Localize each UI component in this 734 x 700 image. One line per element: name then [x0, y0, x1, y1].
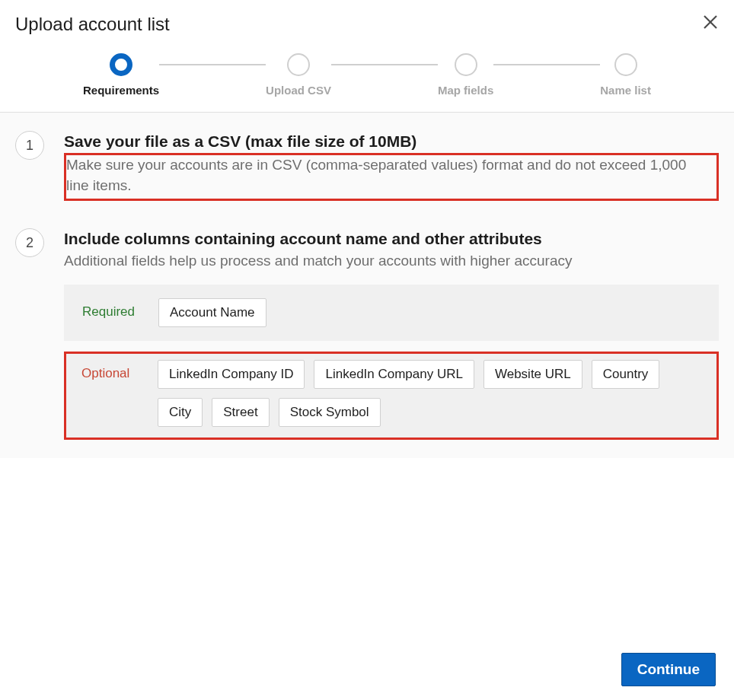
step-map-fields[interactable]: Map fields	[438, 53, 493, 97]
chip-linkedin-company-id: LinkedIn Company ID	[158, 360, 305, 389]
chip-linkedin-company-url: LinkedIn Company URL	[314, 360, 474, 389]
requirement-description: Additional fields help us process and ma…	[64, 251, 719, 272]
chip-account-name: Account Name	[158, 298, 266, 327]
step-circle-icon	[110, 53, 132, 76]
step-number-badge: 1	[15, 131, 44, 160]
stepper: Requirements Upload CSV Map fields Name …	[0, 35, 734, 113]
requirement-item-2: 2 Include columns containing account nam…	[15, 228, 719, 440]
step-name-list[interactable]: Name list	[600, 53, 651, 97]
required-label: Required	[82, 298, 143, 320]
required-fields-box: Required Account Name	[64, 285, 719, 341]
step-label: Map fields	[438, 84, 493, 97]
step-circle-icon	[455, 53, 477, 76]
step-requirements[interactable]: Requirements	[83, 53, 159, 97]
dialog-footer: Continue	[621, 653, 716, 686]
step-connector	[331, 64, 438, 65]
step-label: Upload CSV	[266, 84, 331, 97]
close-icon[interactable]	[702, 14, 719, 30]
step-label: Requirements	[83, 84, 159, 97]
optional-chips: LinkedIn Company ID LinkedIn Company URL…	[158, 360, 701, 427]
requirement-title: Save your file as a CSV (max file size o…	[64, 131, 719, 151]
required-chips: Account Name	[158, 298, 266, 327]
optional-fields-box: Optional LinkedIn Company ID LinkedIn Co…	[64, 352, 719, 440]
chip-city: City	[158, 398, 203, 427]
optional-label: Optional	[81, 360, 142, 381]
chip-website-url: Website URL	[483, 360, 582, 389]
step-connector	[493, 64, 600, 65]
dialog-title: Upload account list	[15, 14, 170, 35]
step-number-badge: 2	[15, 228, 44, 257]
requirement-title: Include columns containing account name …	[64, 228, 719, 249]
chip-stock-symbol: Stock Symbol	[279, 398, 381, 427]
step-connector	[159, 64, 266, 65]
chip-country: Country	[592, 360, 660, 389]
requirement-description: Make sure your accounts are in CSV (comm…	[64, 153, 719, 201]
step-circle-icon	[614, 53, 637, 76]
step-circle-icon	[287, 53, 310, 76]
step-label: Name list	[600, 84, 651, 97]
dialog-header: Upload account list	[0, 0, 734, 35]
step-upload-csv[interactable]: Upload CSV	[266, 53, 331, 97]
content-area: 1 Save your file as a CSV (max file size…	[0, 113, 734, 458]
continue-button[interactable]: Continue	[621, 653, 716, 686]
chip-street: Street	[212, 398, 269, 427]
requirement-item-1: 1 Save your file as a CSV (max file size…	[15, 131, 719, 201]
